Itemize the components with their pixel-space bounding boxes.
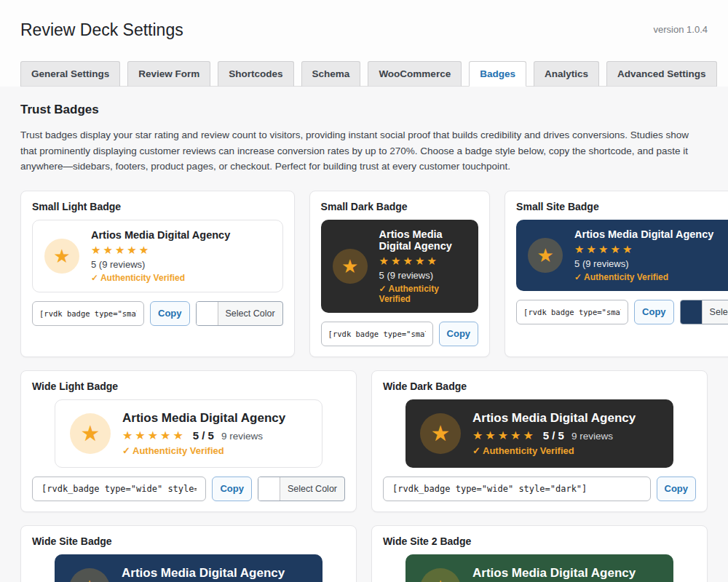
badge-card-small-light-badge: Small Light Badge ★ Artios Media Digital… <box>20 191 295 357</box>
star-rating-icons: ★★★★★ <box>122 428 186 442</box>
badge-card-small-dark-badge: Small Dark Badge ★ Artios Media Digital … <box>309 191 491 357</box>
tab-advanced-settings[interactable]: Advanced Settings <box>606 61 717 87</box>
business-name: Artios Media Digital Agency <box>379 228 467 252</box>
card-title: Wide Site 2 Badge <box>383 535 696 547</box>
tab-woocommerce[interactable]: WooCommerce <box>368 61 462 87</box>
star-rating-icons: ★★★★★ <box>91 244 151 257</box>
authenticity-verified-badge: ✓ Authenticity Verified <box>472 445 636 456</box>
shortcode-input[interactable] <box>32 301 144 326</box>
badge-logo-circle: ★ <box>333 249 368 284</box>
badge-preview: ★ Artios Media Digital Agency ★★★★★ 5 / … <box>55 554 323 582</box>
badge-info: Artios Media Digital Agency ★★★★★ 5 (9 r… <box>574 228 713 282</box>
page-header: Review Deck Settings version 1.0.4 Gener… <box>0 0 728 87</box>
color-swatch <box>197 302 218 325</box>
business-name: Artios Media Digital Agency <box>574 228 713 240</box>
star-rating-icons: ★★★★★ <box>379 255 439 268</box>
rating-count-text: 5 (9 reviews) <box>574 258 713 269</box>
shortcode-controls: Copy Select Color <box>32 301 283 326</box>
tab-shortcodes[interactable]: Shortcodes <box>218 61 293 87</box>
shortcode-controls: Copy <box>321 322 479 346</box>
star-icon: ★ <box>81 423 100 445</box>
tab-review-form[interactable]: Review Form <box>127 61 210 87</box>
rating-row: ★★★★★ <box>91 244 230 257</box>
badge-logo-circle: ★ <box>420 413 461 454</box>
badge-logo-circle: ★ <box>69 568 110 582</box>
badge-logo-circle: ★ <box>420 568 461 582</box>
badge-info: Artios Media Digital Agency ★★★★★ 5 (9 r… <box>91 229 230 283</box>
badge-card-wide-light-badge: Wide Light Badge ★ Artios Media Digital … <box>20 370 357 512</box>
business-name: Artios Media Digital Agency <box>91 229 230 241</box>
badge-row-wide-2: Wide Site Badge ★ Artios Media Digital A… <box>20 525 708 582</box>
badge-row-wide-1: Wide Light Badge ★ Artios Media Digital … <box>20 370 708 512</box>
tab-general-settings[interactable]: General Settings <box>20 61 120 87</box>
copy-button[interactable]: Copy <box>634 300 674 324</box>
rating-row: ★★★★★ 5 / 5 9 reviews <box>122 428 285 442</box>
rating-count-text: 5 (9 reviews) <box>379 270 467 281</box>
shortcode-input[interactable] <box>516 300 628 324</box>
tab-schema[interactable]: Schema <box>301 61 361 87</box>
card-title: Small Dark Badge <box>321 201 479 212</box>
tab-analytics[interactable]: Analytics <box>534 61 599 87</box>
business-name: Artios Media Digital Agency <box>122 411 285 426</box>
copy-button[interactable]: Copy <box>439 322 479 346</box>
authenticity-verified-badge: ✓ Authenticity Verified <box>91 273 230 283</box>
business-name: Artios Media Digital Agency <box>472 566 636 581</box>
color-swatch <box>681 300 703 324</box>
rating-row: ★★★★★ 5 / 5 9 reviews <box>472 428 636 442</box>
star-icon: ★ <box>53 247 70 266</box>
rating-row: ★★★★★ <box>379 255 467 268</box>
color-swatch <box>258 477 280 501</box>
rating-row: ★★★★★ <box>574 243 713 256</box>
authenticity-verified-badge: ✓ Authenticity Verified <box>122 445 285 456</box>
badge-preview: ★ Artios Media Digital Agency ★★★★★ 5 / … <box>55 399 323 468</box>
rating-score: 5 / 5 <box>193 429 214 442</box>
review-count: 9 reviews <box>571 431 613 442</box>
star-rating-icons: ★★★★★ <box>472 428 536 442</box>
star-rating-icons: ★★★★★ <box>574 243 634 256</box>
star-icon: ★ <box>537 246 553 265</box>
authenticity-verified-badge: ✓ Authenticity Verified <box>574 272 713 282</box>
version-label: version 1.0.4 <box>654 24 708 35</box>
badge-info: Artios Media Digital Agency ★★★★★ 5 / 5 … <box>122 566 285 582</box>
main-content: Trust Badges Trust badges display your s… <box>0 87 728 582</box>
star-icon: ★ <box>431 423 451 445</box>
badge-preview: ★ Artios Media Digital Agency ★★★★★ 5 (9… <box>321 220 479 313</box>
badge-preview: ★ Artios Media Digital Agency ★★★★★ 5 (9… <box>516 220 728 291</box>
select-color-button[interactable]: Select Color <box>196 301 283 326</box>
star-icon: ★ <box>80 578 100 582</box>
badge-preview: ★ Artios Media Digital Agency ★★★★★ 5 / … <box>405 554 673 582</box>
select-color-label: Select Color <box>703 307 728 317</box>
badge-info: Artios Media Digital Agency ★★★★★ 5 / 5 … <box>472 566 636 582</box>
select-color-label: Select Color <box>280 484 344 494</box>
select-color-button[interactable]: Select Color <box>680 300 728 324</box>
copy-button[interactable]: Copy <box>150 301 190 326</box>
copy-button[interactable]: Copy <box>657 477 697 501</box>
card-title: Wide Site Badge <box>32 535 345 547</box>
shortcode-controls: Copy <box>383 477 696 501</box>
select-color-button[interactable]: Select Color <box>258 477 345 501</box>
shortcode-input[interactable] <box>32 477 206 501</box>
badge-info: Artios Media Digital Agency ★★★★★ 5 / 5 … <box>122 411 285 456</box>
badge-card-small-site-badge: Small Site Badge ★ Artios Media Digital … <box>505 191 728 357</box>
business-name: Artios Media Digital Agency <box>472 411 636 426</box>
badge-logo-circle: ★ <box>70 413 111 454</box>
badge-logo-circle: ★ <box>44 239 79 274</box>
star-icon: ★ <box>341 257 358 276</box>
review-count: 9 reviews <box>221 431 263 442</box>
authenticity-verified-badge: ✓ Authenticity Verified <box>379 284 467 304</box>
badge-card-wide-site-2-badge: Wide Site 2 Badge ★ Artios Media Digital… <box>371 525 708 582</box>
copy-button[interactable]: Copy <box>212 477 252 501</box>
shortcode-controls: Copy Select Color <box>516 300 728 324</box>
shortcode-controls: Copy Select Color <box>32 477 345 501</box>
trust-badges-description: Trust badges display your star rating an… <box>20 127 708 175</box>
shortcode-input[interactable] <box>321 322 433 346</box>
rating-count-text: 5 (9 reviews) <box>91 259 230 270</box>
tab-badges[interactable]: Badges <box>469 61 526 87</box>
select-color-label: Select Color <box>218 308 282 319</box>
business-name: Artios Media Digital Agency <box>122 566 285 581</box>
shortcode-input[interactable] <box>383 477 651 501</box>
badge-info: Artios Media Digital Agency ★★★★★ 5 (9 r… <box>379 228 467 304</box>
card-title: Small Site Badge <box>516 201 728 212</box>
star-icon: ★ <box>431 578 451 582</box>
tab-bar: General SettingsReview FormShortcodesSch… <box>20 61 708 87</box>
